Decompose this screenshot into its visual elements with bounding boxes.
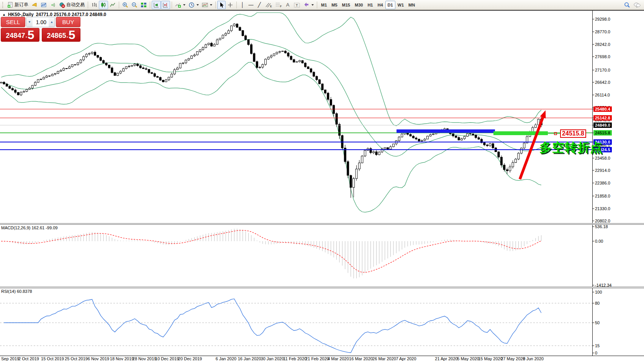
equidistant-channel-button[interactable]: E — [264, 1, 274, 9]
date-label: 7 Apr 2020 — [396, 356, 416, 361]
chart-plot-area[interactable] — [0, 0, 644, 361]
macd-pane-splitter[interactable] — [0, 223, 644, 225]
rsi-axis-label: 0 — [595, 351, 597, 355]
arrows-icon — [303, 2, 310, 8]
date-label: 20 Dec 2019 — [178, 356, 202, 361]
alerts-button[interactable] — [30, 1, 39, 9]
auto-scroll-icon — [153, 2, 159, 8]
template-icon — [202, 2, 208, 8]
new-order-label: 新订单 — [15, 2, 28, 8]
autotrading-button[interactable]: 自动交易 — [57, 1, 86, 9]
fibonacci-icon: F — [275, 2, 282, 8]
ohlc-values: 24771.0 25176.0 24717.0 24849.0 — [36, 12, 107, 17]
date-label: 16 Jan 2020 — [238, 356, 261, 361]
cursor-icon — [219, 2, 224, 8]
new-order-button[interactable]: 新订单 — [6, 1, 30, 9]
date-label: 21 Feb 2020 — [305, 356, 329, 361]
chinese-annotation: 多空转折点 — [539, 139, 603, 156]
timeframe-m15[interactable]: M15 — [340, 1, 352, 9]
volume-spinner: ▼ 1.00 ▲ — [26, 17, 55, 27]
market-chart-icon — [41, 2, 47, 8]
timeframe-d1[interactable]: D1 — [385, 1, 395, 9]
timeframe-h1[interactable]: H1 — [365, 1, 375, 9]
volume-increase-button[interactable]: ▲ — [49, 17, 55, 27]
blue-resistance-bar — [397, 129, 495, 133]
sell-button[interactable]: SELL — [1, 17, 25, 27]
date-label: 5 May 2020 — [457, 356, 479, 361]
trendline-button[interactable]: ╱ — [255, 1, 264, 9]
tile-windows-button[interactable] — [139, 1, 148, 9]
rsi-axis-label: 80 — [595, 301, 600, 305]
auto-scroll-button[interactable] — [152, 1, 161, 9]
macd-axis-label: 536.18 — [595, 224, 608, 229]
zoom-in-button[interactable] — [121, 1, 130, 9]
toolbar-separator — [317, 2, 317, 8]
toolbar-grip[interactable] — [2, 2, 4, 8]
chart-title: ▲ HK50-,Daily 24771.0 25176.0 24717.0 24… — [2, 12, 106, 17]
timeframe-m1[interactable]: M1 — [319, 1, 329, 9]
channel-icon: E — [265, 2, 272, 8]
bar-chart-button[interactable] — [90, 1, 99, 9]
zoom-out-button[interactable] — [130, 1, 139, 9]
date-label: 2 Oct 2019 — [18, 356, 39, 361]
timeframe-m30[interactable]: M30 — [352, 1, 365, 9]
chevron-down-icon — [197, 4, 199, 6]
market-button[interactable] — [39, 1, 48, 9]
timeframe-h4[interactable]: H4 — [375, 1, 385, 9]
rsi-indicator — [0, 299, 592, 353]
volume-input[interactable]: 1.00 — [33, 17, 49, 27]
price-level-label: 24849.0 — [593, 123, 612, 128]
date-label: 15 Oct 2019 — [41, 356, 64, 361]
price-level-label: 25480.4 — [593, 106, 612, 112]
one-click-panel-toggle[interactable]: ▲ — [2, 13, 6, 16]
chat-button[interactable] — [632, 1, 642, 9]
price-tick-label: 22914.0 — [595, 168, 610, 173]
signals-button[interactable] — [48, 1, 57, 9]
sell-price[interactable]: 24847.5 — [1, 28, 39, 42]
buy-price[interactable]: 24865.5 — [42, 28, 80, 42]
candlestick-chart-button[interactable] — [99, 1, 108, 9]
timeframe-m5[interactable]: M5 — [329, 1, 339, 9]
price-tick-label: 23458.0 — [595, 156, 610, 160]
new-order-icon — [7, 2, 13, 8]
trade-buttons-row: SELL ▼ 1.00 ▲ BUY — [1, 17, 80, 27]
crosshair-button[interactable] — [226, 1, 235, 9]
horizontal-line-icon: — — [249, 2, 254, 7]
vertical-line-button[interactable]: │ — [238, 1, 247, 9]
macd-axis-label: 0.00 — [595, 239, 603, 243]
svg-text:F: F — [280, 5, 282, 8]
timeframe-w1[interactable]: W1 — [395, 1, 406, 9]
chevron-down-icon — [183, 4, 185, 6]
price-level-label: 25142.8 — [593, 115, 612, 121]
price-callout-box[interactable]: 24515.8 — [560, 129, 586, 138]
indicators-button[interactable] — [174, 1, 187, 9]
line-chart-button[interactable] — [108, 1, 117, 9]
bollinger-bands — [1, 13, 541, 212]
volume-decrease-button[interactable]: ▼ — [26, 17, 33, 27]
toolbar-separator — [172, 2, 172, 8]
symbol-period-label: HK50-,Daily — [8, 12, 34, 17]
fibonacci-button[interactable]: F — [274, 1, 283, 9]
timeframe-mn[interactable]: MN — [406, 1, 417, 9]
horizontal-line-button[interactable]: — — [247, 1, 255, 9]
arrows-button[interactable] — [302, 1, 315, 9]
rsi-label: RSI(14) 60.8378 — [1, 289, 32, 294]
text-icon: A — [286, 2, 290, 7]
price-tick-label: 26642.0 — [595, 80, 610, 85]
date-axis[interactable]: 9 Sep 20192 Oct 201915 Oct 201925 Oct 20… — [0, 356, 644, 361]
rsi-axis-label: 15 — [595, 343, 600, 348]
templates-button[interactable] — [200, 1, 214, 9]
periods-button[interactable] — [187, 1, 200, 9]
search-button[interactable] — [623, 1, 632, 9]
buy-button[interactable]: BUY — [56, 17, 80, 27]
cursor-button[interactable] — [217, 1, 226, 9]
macd-label: MACD(12,26,9) 162.61 -99.09 — [1, 225, 57, 230]
price-tick-label: 21858.0 — [595, 194, 610, 198]
chart-shift-icon — [162, 2, 169, 8]
chart-shift-button[interactable] — [161, 1, 170, 9]
text-label-button[interactable]: T — [292, 1, 302, 9]
price-tick-label: 27698.0 — [595, 54, 610, 59]
rsi-pane-splitter[interactable] — [0, 287, 644, 288]
text-button[interactable]: A — [283, 1, 292, 9]
indicators-icon — [175, 2, 181, 8]
